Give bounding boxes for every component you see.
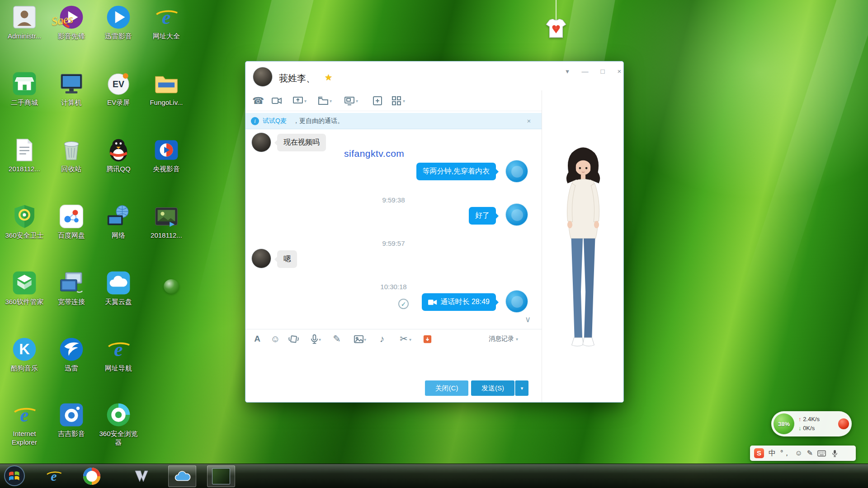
- desktop-icon-ev-recorder[interactable]: EV EV录屏: [95, 70, 142, 107]
- netdisk-icon: [58, 203, 85, 230]
- accelerator-ball-icon[interactable]: [838, 418, 849, 429]
- desktop-icon-label: 迅雷影音: [95, 32, 142, 41]
- download-arrow-icon: ↓: [798, 425, 802, 432]
- desktop-icon-wangzhi-daquan[interactable]: e 网址大全: [143, 4, 190, 41]
- call-message-bubble[interactable]: 通话时长 28:49: [422, 293, 496, 311]
- svg-text:e: e: [114, 338, 123, 360]
- desktop-icon-broadband[interactable]: 宽带连接: [48, 269, 95, 306]
- peer-message-avatar[interactable]: [251, 249, 271, 268]
- net-speed-widget[interactable]: 38% ↑ 2.4K/s ↓ 0K/s: [771, 411, 852, 436]
- desktop-icon-tencent-qq[interactable]: 腾讯QQ: [95, 136, 142, 174]
- peer-profile-avatar[interactable]: [253, 67, 273, 87]
- dropdown-icon[interactable]: ▾: [319, 337, 321, 342]
- scroll-down-icon[interactable]: ∨: [525, 314, 531, 324]
- taskbar-sogou-icon[interactable]: [83, 467, 101, 485]
- desktop-icon-computer[interactable]: 计算机: [48, 70, 95, 107]
- desktop-icon-fungolive-folder[interactable]: FungoLiv...: [143, 70, 190, 107]
- play-icon: [105, 4, 132, 31]
- emoji-icon[interactable]: ☺: [269, 333, 282, 345]
- ime-mic-icon[interactable]: [830, 450, 839, 457]
- desktop-icon-360-safe[interactable]: 360安全卫士: [1, 203, 48, 240]
- ime-language-toggle[interactable]: 中: [769, 450, 776, 457]
- desktop-icon-kugou[interactable]: K 酷狗音乐: [1, 336, 48, 373]
- dropdown-icon[interactable]: ▾: [330, 99, 332, 103]
- dropdown-icon[interactable]: ▾: [356, 99, 358, 103]
- desktop-icon-xunlei-player[interactable]: 迅雷影音: [95, 4, 142, 41]
- qq-show-character[interactable]: [557, 139, 610, 355]
- dropdown-icon[interactable]: ▾: [364, 337, 366, 342]
- message-history-button[interactable]: 消息记录 ▾: [489, 335, 518, 343]
- minimize-icon[interactable]: —: [578, 66, 592, 77]
- ime-pen-icon[interactable]: ✎: [807, 450, 813, 457]
- desktop-icon-baidu-netdisk[interactable]: 百度网盘: [48, 203, 95, 240]
- desktop-icon-ershou-shangcheng[interactable]: 二手商城: [1, 70, 48, 107]
- desktop-icon-administrator[interactable]: Administr...: [1, 4, 48, 41]
- desktop-icon-360-browser[interactable]: 360安全浏览器: [95, 401, 142, 447]
- notice-close-icon[interactable]: ×: [524, 116, 534, 126]
- memory-ball[interactable]: 38%: [774, 413, 794, 434]
- desktop-icon-label: 网址大全: [143, 32, 190, 41]
- screen-share-icon[interactable]: [292, 95, 304, 107]
- desktop-icon-360-software[interactable]: 360软件管家: [1, 269, 48, 306]
- apps-grid-icon[interactable]: [390, 95, 403, 107]
- taskbar-ie-icon[interactable]: e: [45, 467, 63, 485]
- send-file-icon[interactable]: [317, 95, 330, 107]
- desktop-icon-label: EV录屏: [95, 99, 142, 107]
- desktop-icon-wangzhi-daohang[interactable]: e 网址导航: [95, 336, 142, 373]
- desktop-icon-label: 宽带连接: [48, 298, 95, 306]
- desktop-icon-label: 腾讯QQ: [95, 165, 142, 174]
- desktop-icon-cbox[interactable]: 央视影音: [143, 136, 190, 174]
- file-transfer-tool-icon[interactable]: [421, 333, 434, 345]
- desktop-icon-jiji-player[interactable]: 吉吉影音: [48, 401, 95, 438]
- sogou-logo-icon[interactable]: S: [754, 448, 764, 458]
- broadband-icon: [58, 269, 85, 296]
- ie-icon: e: [105, 336, 132, 363]
- send-image-icon[interactable]: [352, 333, 365, 345]
- taskbar-active-window[interactable]: [207, 465, 235, 487]
- peer-message-avatar[interactable]: [251, 132, 271, 152]
- send-options-icon[interactable]: ▾: [515, 380, 528, 396]
- start-button[interactable]: [4, 465, 25, 487]
- svg-text:e: e: [162, 6, 170, 28]
- screenshot-scissors-icon[interactable]: ✂: [397, 333, 410, 345]
- tshirt-widget[interactable]: [545, 19, 567, 38]
- message-text: 好了: [475, 211, 490, 219]
- remote-desktop-icon[interactable]: [343, 95, 356, 107]
- taskbar-cloud-app[interactable]: [168, 465, 196, 487]
- qq-penguin-icon: [105, 136, 132, 164]
- ime-keyboard-icon[interactable]: [817, 450, 826, 457]
- self-message-avatar[interactable]: [505, 160, 528, 183]
- dropdown-icon[interactable]: ▾: [304, 99, 307, 103]
- maximize-icon[interactable]: □: [595, 66, 610, 77]
- dropdown-icon[interactable]: ▾: [409, 337, 411, 342]
- desktop-icon-tianyi-cloud[interactable]: 天翼云盘: [95, 269, 142, 306]
- voice-call-icon[interactable]: ☎: [252, 95, 264, 107]
- qmic-link[interactable]: 试试Q麦: [263, 117, 287, 125]
- ime-punctuation-icon[interactable]: °，: [780, 450, 790, 457]
- desktop-icon-xunlei[interactable]: 迅雷: [48, 336, 95, 373]
- close-icon[interactable]: ×: [612, 66, 624, 77]
- music-icon[interactable]: ♪: [376, 333, 388, 345]
- window-menu-icon[interactable]: ▾: [560, 66, 575, 77]
- window-shake-icon[interactable]: [287, 333, 300, 345]
- desktop-icon-network[interactable]: 网络: [95, 203, 142, 240]
- handwriting-pen-icon[interactable]: ✎: [330, 333, 343, 345]
- desktop-icon-label: 央视影音: [143, 165, 190, 174]
- desktop-icon-internet-explorer[interactable]: e Internet Explorer: [1, 401, 48, 447]
- close-chat-button[interactable]: 关闭(C): [425, 380, 468, 396]
- desktop-icon-label: Administr...: [1, 32, 48, 41]
- ime-emoji-icon[interactable]: ☺: [795, 450, 802, 457]
- font-style-icon[interactable]: A: [251, 333, 264, 345]
- self-message-avatar[interactable]: [505, 203, 528, 226]
- desktop-icon-recycle-bin[interactable]: 回收站: [48, 136, 95, 174]
- taskbar-media-icon[interactable]: [132, 467, 151, 485]
- send-button[interactable]: 发送(S): [471, 380, 514, 396]
- desktop-icon-document[interactable]: 2018112...: [1, 136, 48, 174]
- self-message-avatar[interactable]: [505, 290, 528, 313]
- video-call-icon[interactable]: [270, 95, 283, 107]
- create-group-icon[interactable]: [371, 95, 384, 107]
- watermark-text: sifangktv.com: [344, 148, 404, 159]
- desktop-icon-video-file[interactable]: 2018112...: [143, 203, 190, 240]
- dropdown-icon[interactable]: ▾: [403, 99, 405, 103]
- desktop-icon-yingyin-xianfeng[interactable]: Saes 影音先锋: [48, 4, 95, 41]
